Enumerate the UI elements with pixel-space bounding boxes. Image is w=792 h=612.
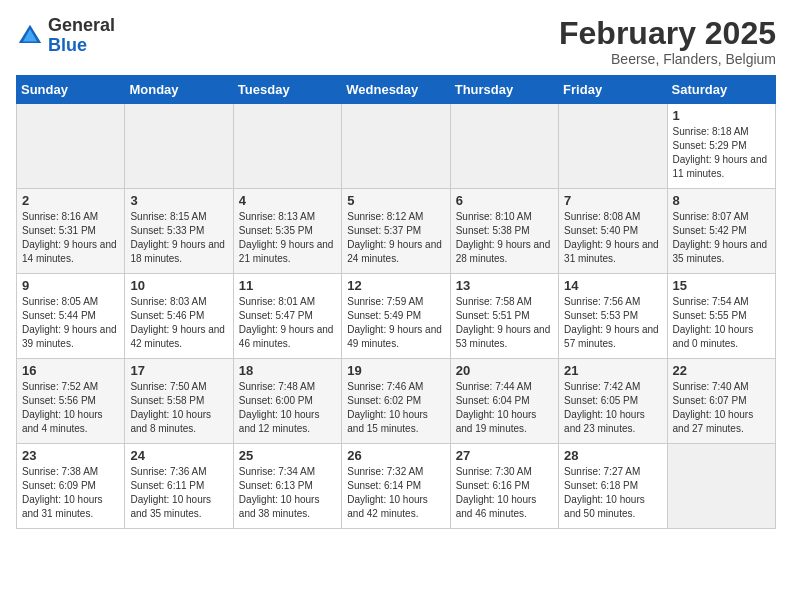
day-number: 7 [564,193,661,208]
day-info: Sunrise: 7:48 AM Sunset: 6:00 PM Dayligh… [239,380,336,436]
calendar-cell: 1Sunrise: 8:18 AM Sunset: 5:29 PM Daylig… [667,104,775,189]
calendar-cell [342,104,450,189]
day-info: Sunrise: 7:27 AM Sunset: 6:18 PM Dayligh… [564,465,661,521]
calendar-week-row: 16Sunrise: 7:52 AM Sunset: 5:56 PM Dayli… [17,359,776,444]
logo-blue-text: Blue [48,35,87,55]
calendar-week-row: 9Sunrise: 8:05 AM Sunset: 5:44 PM Daylig… [17,274,776,359]
day-number: 24 [130,448,227,463]
day-number: 1 [673,108,770,123]
day-info: Sunrise: 7:52 AM Sunset: 5:56 PM Dayligh… [22,380,119,436]
calendar-cell: 20Sunrise: 7:44 AM Sunset: 6:04 PM Dayli… [450,359,558,444]
day-info: Sunrise: 7:46 AM Sunset: 6:02 PM Dayligh… [347,380,444,436]
day-info: Sunrise: 8:12 AM Sunset: 5:37 PM Dayligh… [347,210,444,266]
day-number: 12 [347,278,444,293]
calendar-cell: 21Sunrise: 7:42 AM Sunset: 6:05 PM Dayli… [559,359,667,444]
day-info: Sunrise: 8:08 AM Sunset: 5:40 PM Dayligh… [564,210,661,266]
calendar-cell: 7Sunrise: 8:08 AM Sunset: 5:40 PM Daylig… [559,189,667,274]
day-info: Sunrise: 7:36 AM Sunset: 6:11 PM Dayligh… [130,465,227,521]
calendar-cell: 12Sunrise: 7:59 AM Sunset: 5:49 PM Dayli… [342,274,450,359]
day-number: 21 [564,363,661,378]
day-number: 28 [564,448,661,463]
calendar-cell: 5Sunrise: 8:12 AM Sunset: 5:37 PM Daylig… [342,189,450,274]
calendar-cell: 22Sunrise: 7:40 AM Sunset: 6:07 PM Dayli… [667,359,775,444]
calendar-cell: 3Sunrise: 8:15 AM Sunset: 5:33 PM Daylig… [125,189,233,274]
day-info: Sunrise: 7:32 AM Sunset: 6:14 PM Dayligh… [347,465,444,521]
calendar-cell: 24Sunrise: 7:36 AM Sunset: 6:11 PM Dayli… [125,444,233,529]
calendar-cell: 6Sunrise: 8:10 AM Sunset: 5:38 PM Daylig… [450,189,558,274]
logo: General Blue [16,16,115,56]
day-info: Sunrise: 7:54 AM Sunset: 5:55 PM Dayligh… [673,295,770,351]
day-info: Sunrise: 8:10 AM Sunset: 5:38 PM Dayligh… [456,210,553,266]
calendar-cell: 17Sunrise: 7:50 AM Sunset: 5:58 PM Dayli… [125,359,233,444]
day-info: Sunrise: 7:50 AM Sunset: 5:58 PM Dayligh… [130,380,227,436]
calendar-header-row: SundayMondayTuesdayWednesdayThursdayFrid… [17,76,776,104]
day-number: 15 [673,278,770,293]
day-info: Sunrise: 7:30 AM Sunset: 6:16 PM Dayligh… [456,465,553,521]
calendar-cell: 27Sunrise: 7:30 AM Sunset: 6:16 PM Dayli… [450,444,558,529]
day-info: Sunrise: 8:03 AM Sunset: 5:46 PM Dayligh… [130,295,227,351]
location-subtitle: Beerse, Flanders, Belgium [559,51,776,67]
calendar-cell: 18Sunrise: 7:48 AM Sunset: 6:00 PM Dayli… [233,359,341,444]
logo-general-text: General [48,15,115,35]
calendar-cell: 2Sunrise: 8:16 AM Sunset: 5:31 PM Daylig… [17,189,125,274]
calendar-week-row: 23Sunrise: 7:38 AM Sunset: 6:09 PM Dayli… [17,444,776,529]
day-number: 8 [673,193,770,208]
day-number: 27 [456,448,553,463]
calendar-week-row: 2Sunrise: 8:16 AM Sunset: 5:31 PM Daylig… [17,189,776,274]
calendar-cell: 4Sunrise: 8:13 AM Sunset: 5:35 PM Daylig… [233,189,341,274]
day-info: Sunrise: 8:16 AM Sunset: 5:31 PM Dayligh… [22,210,119,266]
day-info: Sunrise: 8:05 AM Sunset: 5:44 PM Dayligh… [22,295,119,351]
calendar-table: SundayMondayTuesdayWednesdayThursdayFrid… [16,75,776,529]
calendar-cell [667,444,775,529]
day-info: Sunrise: 8:18 AM Sunset: 5:29 PM Dayligh… [673,125,770,181]
day-number: 2 [22,193,119,208]
calendar-cell: 13Sunrise: 7:58 AM Sunset: 5:51 PM Dayli… [450,274,558,359]
day-number: 18 [239,363,336,378]
day-of-week-header: Wednesday [342,76,450,104]
calendar-cell: 14Sunrise: 7:56 AM Sunset: 5:53 PM Dayli… [559,274,667,359]
day-of-week-header: Thursday [450,76,558,104]
calendar-cell: 16Sunrise: 7:52 AM Sunset: 5:56 PM Dayli… [17,359,125,444]
day-number: 13 [456,278,553,293]
calendar-cell [450,104,558,189]
day-number: 19 [347,363,444,378]
calendar-cell [233,104,341,189]
day-of-week-header: Saturday [667,76,775,104]
day-number: 16 [22,363,119,378]
day-info: Sunrise: 7:42 AM Sunset: 6:05 PM Dayligh… [564,380,661,436]
day-number: 22 [673,363,770,378]
day-number: 26 [347,448,444,463]
day-info: Sunrise: 7:44 AM Sunset: 6:04 PM Dayligh… [456,380,553,436]
calendar-cell: 11Sunrise: 8:01 AM Sunset: 5:47 PM Dayli… [233,274,341,359]
day-number: 23 [22,448,119,463]
day-number: 5 [347,193,444,208]
calendar-cell: 28Sunrise: 7:27 AM Sunset: 6:18 PM Dayli… [559,444,667,529]
day-of-week-header: Tuesday [233,76,341,104]
calendar-cell: 8Sunrise: 8:07 AM Sunset: 5:42 PM Daylig… [667,189,775,274]
day-info: Sunrise: 8:15 AM Sunset: 5:33 PM Dayligh… [130,210,227,266]
day-info: Sunrise: 7:38 AM Sunset: 6:09 PM Dayligh… [22,465,119,521]
month-title: February 2025 [559,16,776,51]
day-of-week-header: Friday [559,76,667,104]
day-number: 14 [564,278,661,293]
day-info: Sunrise: 7:34 AM Sunset: 6:13 PM Dayligh… [239,465,336,521]
calendar-cell: 15Sunrise: 7:54 AM Sunset: 5:55 PM Dayli… [667,274,775,359]
day-info: Sunrise: 7:59 AM Sunset: 5:49 PM Dayligh… [347,295,444,351]
calendar-cell: 23Sunrise: 7:38 AM Sunset: 6:09 PM Dayli… [17,444,125,529]
day-info: Sunrise: 7:56 AM Sunset: 5:53 PM Dayligh… [564,295,661,351]
day-number: 11 [239,278,336,293]
calendar-cell [559,104,667,189]
day-number: 25 [239,448,336,463]
day-of-week-header: Sunday [17,76,125,104]
calendar-cell: 25Sunrise: 7:34 AM Sunset: 6:13 PM Dayli… [233,444,341,529]
day-info: Sunrise: 8:01 AM Sunset: 5:47 PM Dayligh… [239,295,336,351]
day-info: Sunrise: 8:07 AM Sunset: 5:42 PM Dayligh… [673,210,770,266]
day-number: 17 [130,363,227,378]
calendar-cell [17,104,125,189]
day-number: 20 [456,363,553,378]
day-of-week-header: Monday [125,76,233,104]
day-info: Sunrise: 8:13 AM Sunset: 5:35 PM Dayligh… [239,210,336,266]
day-info: Sunrise: 7:58 AM Sunset: 5:51 PM Dayligh… [456,295,553,351]
day-number: 4 [239,193,336,208]
logo-icon [16,22,44,50]
